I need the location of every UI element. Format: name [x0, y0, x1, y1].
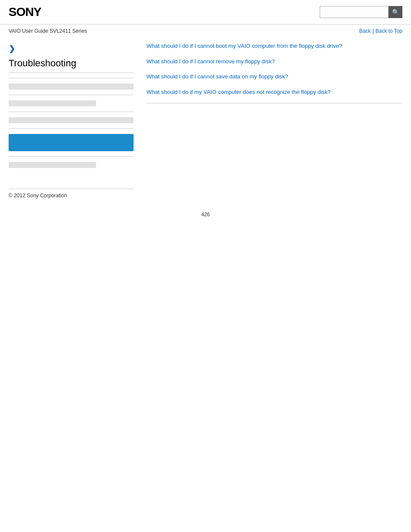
breadcrumb-nav: Back | Back to Top [359, 28, 402, 34]
sidebar-divider-1 [9, 78, 134, 78]
sidebar-item-3[interactable] [9, 117, 134, 123]
floppy-boot-link[interactable]: What should I do if I cannot boot my VAI… [146, 42, 402, 50]
floppy-remove-link[interactable]: What should I do if I cannot remove my f… [146, 57, 402, 66]
sidebar-divider-3 [9, 112, 134, 112]
search-icon: 🔍 [392, 9, 399, 16]
copyright: © 2012 Sony Corporation [9, 193, 402, 199]
sidebar-divider-4 [9, 128, 134, 129]
content-area: What should I do if I cannot boot my VAI… [142, 42, 402, 171]
footer: © 2012 Sony Corporation [0, 180, 411, 203]
sidebar-item-4[interactable] [9, 162, 96, 168]
sidebar-item-2[interactable] [9, 100, 96, 106]
floppy-recognize-link[interactable]: What should I do if my VAIO computer doe… [146, 88, 402, 96]
content-divider [146, 103, 402, 103]
sidebar-divider-2 [9, 95, 134, 95]
sidebar-arrow: ❯ [9, 44, 134, 53]
sidebar: ❯ Troubleshooting [9, 42, 142, 171]
sidebar-title: Troubleshooting [9, 58, 134, 73]
breadcrumb-bar: VAIO User Guide SVL2411 Series Back | Ba… [0, 25, 411, 37]
breadcrumb-guide-title: VAIO User Guide SVL2411 Series [9, 28, 87, 34]
main-content: ❯ Troubleshooting What should I do if I … [0, 37, 411, 180]
floppy-save-link[interactable]: What should I do if I cannot save data o… [146, 72, 402, 81]
back-link[interactable]: Back [359, 28, 371, 34]
back-to-top-link[interactable]: Back to Top [376, 28, 402, 34]
search-input[interactable] [320, 6, 389, 18]
breadcrumb-separator: | [372, 28, 374, 34]
search-button[interactable]: 🔍 [389, 6, 402, 18]
search-area: 🔍 [320, 6, 402, 18]
sidebar-highlighted-item[interactable] [9, 134, 134, 151]
sidebar-divider-5 [9, 156, 134, 157]
footer-divider [9, 189, 134, 189]
page-number: 426 [0, 203, 411, 226]
sidebar-item-1[interactable] [9, 84, 134, 90]
header: SONY 🔍 [0, 0, 411, 25]
sony-logo: SONY [9, 5, 41, 19]
